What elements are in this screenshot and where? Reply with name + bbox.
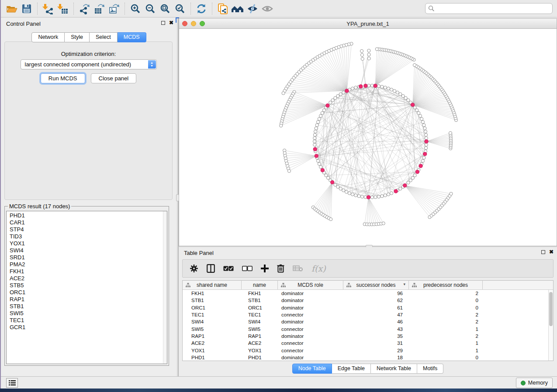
cell-successor-nodes: 46 xyxy=(343,319,409,324)
export-image-icon[interactable] xyxy=(107,2,121,15)
network-window-titlebar[interactable]: YPA_prune.txt_1 xyxy=(179,19,557,29)
close-panel-button[interactable]: Close panel xyxy=(91,73,137,83)
delete-column-icon[interactable] xyxy=(277,263,284,274)
cell-mcds-role: dominator xyxy=(278,319,343,324)
table-row[interactable]: FKH1FKH1dominator962 xyxy=(183,290,548,297)
mcds-result-item[interactable]: GCR1 xyxy=(10,324,167,331)
mcds-list-scrollbar[interactable] xyxy=(163,211,167,364)
mcds-result-item[interactable]: FKH1 xyxy=(10,268,167,275)
mcds-result-item[interactable]: TEC1 xyxy=(10,317,167,324)
table-row[interactable]: SWI4SWI4dominator462 xyxy=(183,318,548,325)
mcds-result-item[interactable]: SRD1 xyxy=(10,254,167,261)
network-graph[interactable] xyxy=(179,29,557,246)
mcds-result-item[interactable]: SWI4 xyxy=(10,247,167,254)
cell-mcds-role: dominator xyxy=(278,305,343,310)
table-row[interactable]: ACE2ACE2connector311 xyxy=(183,340,548,347)
table-scrollbar[interactable] xyxy=(548,290,553,361)
close-panel-icon[interactable]: ✖ xyxy=(549,250,554,254)
table-row[interactable]: YOX1YOX1connector291 xyxy=(183,347,548,354)
cell-mcds-role: connector xyxy=(278,312,343,317)
add-column-icon[interactable] xyxy=(261,263,269,274)
hide-selected-icon[interactable] xyxy=(245,2,260,15)
zoom-selected-icon[interactable] xyxy=(173,2,187,15)
mcds-result-title: MCDS result (17 nodes) xyxy=(8,203,71,210)
refresh-view-icon[interactable] xyxy=(194,2,209,15)
export-table-icon[interactable] xyxy=(92,2,107,15)
table-row[interactable]: PHD1PHD1dominator180 xyxy=(183,354,548,361)
mcds-result-list[interactable]: PHD1CAR1STP4TID3YOX1SWI4SRD1PMA2FKH1ACE2… xyxy=(6,211,167,364)
show-all-icon[interactable] xyxy=(260,2,275,15)
table-tab-motifs[interactable]: Motifs xyxy=(417,364,443,374)
toolbar-separator xyxy=(125,3,125,15)
desktop: Control Panel ✖ Network Style Select MCD… xyxy=(0,0,557,392)
optimization-select[interactable]: largest connected component (undirected)… xyxy=(21,59,157,69)
control-panel-tabs: Network Style Select MCDS xyxy=(1,32,177,42)
save-session-icon[interactable] xyxy=(19,2,34,15)
float-panel-icon[interactable] xyxy=(161,21,165,25)
clone-network-icon[interactable] xyxy=(215,2,230,15)
cell-predecessor-nodes: 1 xyxy=(409,327,483,332)
home-view-icon[interactable] xyxy=(230,2,245,15)
mcds-result-item[interactable]: TID3 xyxy=(10,233,167,240)
show-column-panel-icon[interactable] xyxy=(207,263,215,274)
mcds-result-item[interactable]: STB5 xyxy=(10,282,167,289)
cell-name: ACE2 xyxy=(242,340,278,346)
close-panel-icon[interactable]: ✖ xyxy=(169,21,173,25)
table-row[interactable]: ORC1ORC1dominator610 xyxy=(183,304,548,311)
float-panel-icon[interactable] xyxy=(541,250,545,254)
mcds-result-item[interactable]: SWI5 xyxy=(10,310,167,317)
mcds-result-item[interactable]: STP4 xyxy=(10,226,167,233)
column-header-name[interactable]: name xyxy=(242,281,278,289)
toolbar-separator xyxy=(212,3,212,15)
column-header-successor-nodes[interactable]: successor nodes▾ xyxy=(343,281,409,289)
tab-style[interactable]: Style xyxy=(65,32,90,42)
memory-button[interactable]: Memory xyxy=(516,378,553,388)
cell-predecessor-nodes: 2 xyxy=(409,319,483,324)
export-network-icon[interactable] xyxy=(77,2,92,15)
zoom-in-icon[interactable] xyxy=(128,2,143,15)
mcds-result-item[interactable]: RAP1 xyxy=(10,296,167,303)
cell-name: YOX1 xyxy=(242,348,278,353)
delete-table-icon[interactable] xyxy=(293,263,303,274)
zoom-fit-icon[interactable] xyxy=(158,2,173,15)
task-history-button[interactable] xyxy=(6,378,18,388)
mcds-result-item[interactable]: PHD1 xyxy=(10,212,167,219)
memory-status-icon xyxy=(521,381,526,385)
table-tab-node-table[interactable]: Node Table xyxy=(292,364,332,374)
deselect-all-icon[interactable] xyxy=(242,263,253,274)
cell-successor-nodes: 61 xyxy=(343,305,409,310)
table-row[interactable]: RAP1RAP1dominator352 xyxy=(183,333,548,340)
table-tab-network-table[interactable]: Network Table xyxy=(371,364,417,374)
search-input[interactable] xyxy=(425,3,553,14)
table-row[interactable]: TEC1TEC1connector472 xyxy=(183,311,548,318)
mcds-result-item[interactable]: ORC1 xyxy=(10,289,167,296)
cell-name: RAP1 xyxy=(242,334,278,339)
function-builder-icon[interactable]: f(x) xyxy=(311,263,326,274)
scrollbar-thumb[interactable] xyxy=(549,292,553,326)
cell-successor-nodes: 29 xyxy=(343,348,409,353)
table-row[interactable]: STB1STB1dominator620 xyxy=(183,297,548,304)
table-row[interactable]: SWI5SWI5connector431 xyxy=(183,325,548,332)
mcds-result-item[interactable]: YOX1 xyxy=(10,240,167,247)
mcds-result-item[interactable]: CAR1 xyxy=(10,219,167,226)
import-network-icon[interactable] xyxy=(41,2,55,15)
table-tab-edge-table[interactable]: Edge Table xyxy=(332,364,371,374)
run-mcds-button[interactable]: Run MCDS xyxy=(41,73,85,83)
tab-network[interactable]: Network xyxy=(31,32,65,42)
open-session-icon[interactable] xyxy=(4,2,19,15)
settings-gear-icon[interactable] xyxy=(190,263,198,274)
network-canvas[interactable] xyxy=(179,29,557,246)
cell-successor-nodes: 18 xyxy=(343,355,409,360)
toolbar-separator xyxy=(190,3,191,15)
tab-mcds[interactable]: MCDS xyxy=(118,32,146,42)
tab-select[interactable]: Select xyxy=(90,32,118,42)
column-header-MCDS-role[interactable]: MCDS role xyxy=(278,281,343,289)
select-all-check-icon[interactable] xyxy=(223,263,234,274)
mcds-result-item[interactable]: ACE2 xyxy=(10,275,167,282)
import-table-icon[interactable] xyxy=(55,2,70,15)
zoom-out-icon[interactable] xyxy=(143,2,158,15)
mcds-result-item[interactable]: STB1 xyxy=(10,303,167,310)
mcds-result-item[interactable]: PMA2 xyxy=(10,261,167,268)
column-header-shared-name[interactable]: shared name xyxy=(183,281,242,289)
column-header-predecessor-nodes[interactable]: predecessor nodes xyxy=(409,281,483,289)
